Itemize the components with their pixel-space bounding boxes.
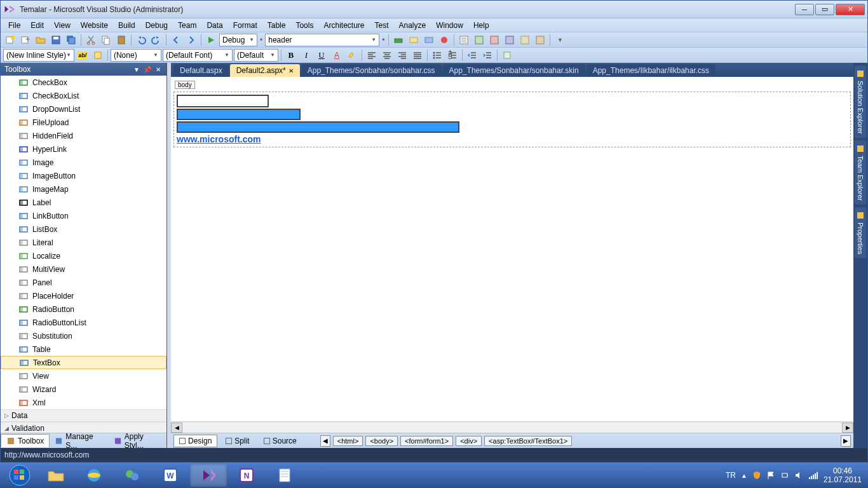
toolbox-item-checkbox[interactable]: CheckBox [1,76,166,89]
toolbox-item-listbox[interactable]: ListBox [1,222,166,236]
rule-combo[interactable]: (None)▼ [111,49,161,62]
toolbox-item-fileupload[interactable]: FileUpload [1,116,166,129]
tool-icon-6[interactable] [472,34,486,46]
rail-tab-properties[interactable]: Properties [855,207,866,258]
view-mode-source[interactable]: Source [258,435,302,447]
rail-tab-solution-explorer[interactable]: Solution Explorer [855,65,866,138]
taskbar-explorer[interactable] [37,464,74,487]
view-mode-design[interactable]: Design [173,435,217,447]
toolbox-item-view[interactable]: View [1,369,166,383]
add-item-icon[interactable]: + [18,34,32,46]
align-right-icon[interactable] [395,49,409,62]
menu-website[interactable]: Website [76,20,113,31]
menu-help[interactable]: Help [468,20,494,31]
font-combo[interactable]: (Default Font)▼ [163,49,233,62]
horizontal-scrollbar[interactable]: ◀ ▶ [171,421,853,433]
menu-file[interactable]: File [3,20,25,31]
copy-icon[interactable] [99,34,113,46]
scroll-right-icon[interactable]: ▶ [842,423,853,433]
menu-window[interactable]: Window [431,20,468,31]
italic-icon[interactable]: I [299,49,313,62]
start-debug-icon[interactable] [204,34,218,46]
toolbox-item-linkbutton[interactable]: LinkButton [1,209,166,222]
start-button[interactable] [3,464,37,487]
tray-network-icon[interactable] [808,471,818,480]
menu-view[interactable]: View [49,20,76,31]
toolbox-item-multiview[interactable]: MultiView [1,262,166,276]
outdent-icon[interactable] [465,49,479,62]
tag-breadcrumb[interactable]: body [175,81,195,89]
menu-test[interactable]: Test [369,20,393,31]
toolbox-item-radiobutton[interactable]: RadioButton [1,302,166,316]
open-icon[interactable] [34,34,48,46]
design-button-control-1[interactable] [177,109,301,120]
tag-path-crumb[interactable]: <asp:TextBox#TextBox1> [484,436,572,446]
align-center-icon[interactable] [380,49,394,62]
tool-icon-8[interactable] [503,34,517,46]
tag-path-crumb[interactable]: <form#form1> [400,436,453,446]
tool-icon-10[interactable] [533,34,547,46]
document-tab[interactable]: App_Themes/Sonbahar/sonbahar.css [301,64,442,77]
paste-icon[interactable] [114,34,128,46]
panel-close-icon[interactable]: ✕ [154,65,163,74]
tag-path-crumb[interactable]: <html> [333,436,363,446]
design-textbox-control[interactable] [177,95,269,107]
cut-icon[interactable] [84,34,98,46]
scroll-track[interactable] [182,423,842,433]
document-tab[interactable]: App_Themes/Sonbahar/sonbahar.skin [443,64,585,77]
tray-shield-icon[interactable] [752,471,761,480]
size-combo[interactable]: (Default▼ [234,49,278,62]
scroll-left-icon[interactable]: ◀ [171,423,182,433]
navigate-back-icon[interactable] [169,34,183,46]
document-tab[interactable]: Default.aspx [173,64,229,77]
minimize-button[interactable]: ─ [795,4,814,15]
language-indicator[interactable]: TR [726,471,736,480]
document-tab[interactable]: App_Themes/Ilkbahar/ilkbahar.css [587,64,715,77]
tool-icon-3[interactable] [422,34,436,46]
path-nav-right[interactable]: ▶ [841,435,851,447]
close-button[interactable]: ✕ [836,4,865,15]
taskbar-visualstudio[interactable] [190,464,227,487]
toolbox-group-data[interactable]: ▷Data [1,409,166,422]
apply-style-icon[interactable]: ab/ [76,49,90,62]
toolbox-item-dropdownlist[interactable]: DropDownList [1,102,166,116]
document-tab[interactable]: Default2.aspx*✕ [230,64,300,77]
toolbox-item-imagemap[interactable]: ImageMap [1,182,166,196]
tray-flag-icon[interactable] [766,471,775,480]
toolbox-item-image[interactable]: Image [1,156,166,169]
pin-icon[interactable]: 📌 [143,65,152,74]
highlight-icon[interactable] [345,49,359,62]
save-all-icon[interactable] [64,34,78,46]
tool-icon-5[interactable] [457,34,471,46]
menu-architecture[interactable]: Architecture [318,20,369,31]
toolbox-item-hyperlink[interactable]: HyperLink [1,142,166,156]
menu-build[interactable]: Build [113,20,140,31]
panel-dropdown-icon[interactable]: ▼ [132,65,141,74]
tag-path-crumb[interactable]: <div> [456,436,482,446]
taskbar-messenger[interactable] [114,464,151,487]
menu-table[interactable]: Table [262,20,291,31]
underline-icon[interactable]: U [315,49,329,62]
toolbar-overflow-icon[interactable]: ▼ [553,34,567,46]
bullet-list-icon[interactable] [430,49,444,62]
menu-data[interactable]: Data [201,20,227,31]
maximize-button[interactable]: ▭ [815,4,834,15]
save-icon[interactable] [49,34,63,46]
path-nav-left[interactable]: ◀ [320,435,330,447]
tool-icon-4[interactable] [437,34,451,46]
toolbox-item-textbox[interactable]: TextBox [1,356,166,369]
taskbar-ie[interactable] [76,464,112,487]
tool-icon-7[interactable] [487,34,501,46]
undo-icon[interactable] [134,34,148,46]
menu-analyze[interactable]: Analyze [394,20,431,31]
indent-icon[interactable] [480,49,494,62]
number-list-icon[interactable]: 123 [445,49,459,62]
tray-volume-icon[interactable] [794,471,803,480]
toolbox-body[interactable]: CheckBoxCheckBoxListDropDownListFileUplo… [1,76,166,433]
toolbox-item-table[interactable]: Table [1,342,166,356]
menu-format[interactable]: Format [228,20,262,31]
design-surface[interactable]: body www.microsoft.com [171,77,853,421]
view-mode-split[interactable]: Split [220,435,255,447]
format-tool-icon[interactable] [500,49,514,62]
navigate-forward-icon[interactable] [184,34,198,46]
